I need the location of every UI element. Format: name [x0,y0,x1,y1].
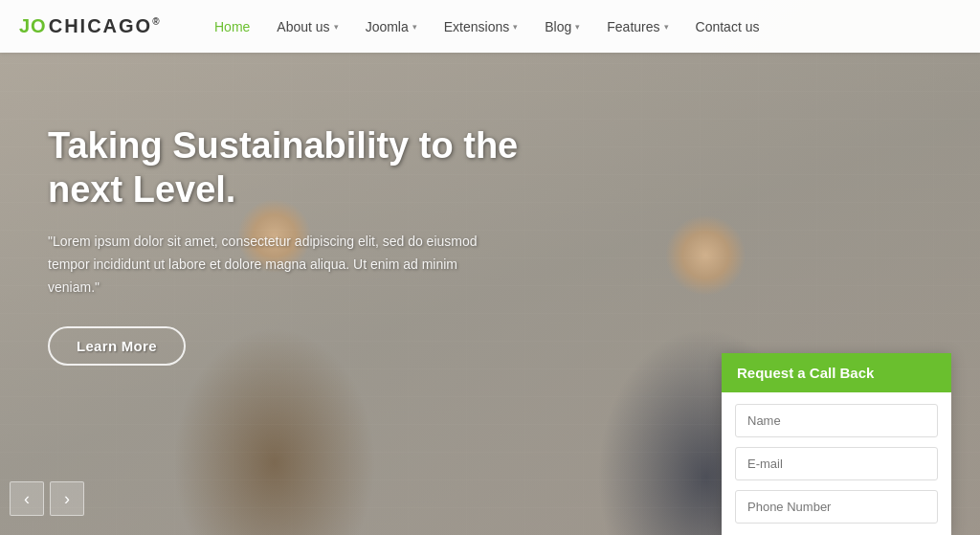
slider-next-button[interactable]: › [50,481,84,516]
logo-jo: JO [19,15,47,37]
name-input[interactable] [735,404,938,437]
hero-description: "Lorem ipsum dolor sit amet, consectetur… [48,231,507,299]
chevron-down-icon: ▾ [412,22,417,32]
chevron-down-icon: ▾ [513,22,518,32]
navbar: JO CHICAGO® Home About us ▾ Joomla ▾ Ext… [0,0,980,53]
callback-form: Request a Call Back [722,353,951,535]
logo[interactable]: JO CHICAGO® [19,15,172,37]
chevron-down-icon: ▾ [575,22,580,32]
nav-item-joomla[interactable]: Joomla ▾ [352,0,431,53]
nav-item-features[interactable]: Features ▾ [593,0,681,53]
logo-chicago: CHICAGO® [49,15,162,37]
callback-form-header: Request a Call Back [722,353,951,392]
nav-item-about[interactable]: About us ▾ [263,0,351,53]
nav-item-blog[interactable]: Blog ▾ [531,0,593,53]
nav-item-extensions[interactable]: Extensions ▾ [431,0,531,53]
learn-more-button[interactable]: Learn More [48,326,186,366]
nav-item-home[interactable]: Home [201,0,263,53]
phone-input[interactable] [735,490,938,524]
nav-item-contact[interactable]: Contact us [682,0,773,53]
chevron-down-icon: ▾ [334,22,339,32]
slider-prev-button[interactable]: ‹ [10,481,44,516]
chevron-down-icon: ▾ [664,22,669,32]
nav-menu: Home About us ▾ Joomla ▾ Extensions ▾ Bl… [201,0,961,53]
hero-title: Taking Sustainability to the next Level. [48,124,546,212]
hero-content: Taking Sustainability to the next Level.… [48,124,546,366]
callback-form-body [722,392,951,535]
email-input[interactable] [735,447,938,480]
